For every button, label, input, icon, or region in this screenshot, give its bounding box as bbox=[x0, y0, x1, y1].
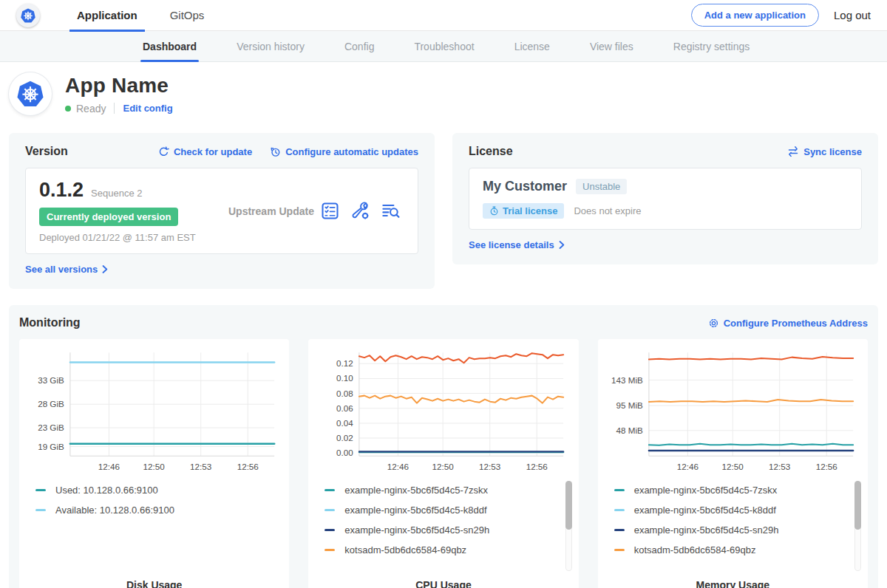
svg-text:12:46: 12:46 bbox=[98, 462, 120, 471]
svg-text:0.02: 0.02 bbox=[336, 433, 353, 442]
auto-update-clock-icon bbox=[270, 146, 281, 157]
svg-text:12:50: 12:50 bbox=[432, 462, 455, 471]
tab-dashboard[interactable]: Dashboard bbox=[123, 31, 217, 61]
see-license-details-link[interactable]: See license details bbox=[469, 239, 565, 250]
check-for-update-link[interactable]: Check for update bbox=[158, 146, 252, 157]
svg-text:12:50: 12:50 bbox=[143, 462, 166, 471]
gear-icon bbox=[708, 318, 719, 329]
legend-item: example-nginx-5bc6f5d4c5-7zskx bbox=[324, 485, 571, 496]
cpu-usage-legend: example-nginx-5bc6f5d4c5-7zskxexample-ng… bbox=[324, 485, 571, 573]
tab-troubleshoot[interactable]: Troubleshoot bbox=[394, 31, 494, 61]
legend-swatch bbox=[324, 549, 335, 551]
disk-usage-card: 33 GiB28 GiB23 GiB19 GiB12:4612:5012:531… bbox=[19, 339, 289, 588]
version-sequence: Sequence 2 bbox=[91, 188, 142, 199]
chart-title: Disk Usage bbox=[27, 579, 282, 588]
scrollbar-thumb[interactable] bbox=[565, 481, 572, 530]
legend-item: example-nginx-5bc6f5d4c5-k8ddf bbox=[614, 505, 860, 516]
svg-text:12:56: 12:56 bbox=[237, 462, 259, 471]
cpu-usage-card: 0.120.100.080.060.040.020.0012:4612:5012… bbox=[308, 339, 578, 588]
license-card-title: License bbox=[469, 145, 513, 158]
svg-text:12:46: 12:46 bbox=[676, 462, 698, 471]
svg-text:95 MiB: 95 MiB bbox=[616, 400, 643, 410]
legend-label: kotsadm-5db6dc6584-69qbz bbox=[344, 544, 466, 555]
legend-swatch bbox=[324, 489, 335, 491]
legend-swatch bbox=[35, 489, 46, 491]
legend-label: Used: 10.128.0.66:9100 bbox=[55, 485, 158, 496]
deployed-timestamp: Deployed 01/21/22 @ 11:57 am EST bbox=[39, 232, 208, 243]
legend-scrollbar[interactable] bbox=[854, 481, 861, 571]
memory-usage-legend: example-nginx-5bc6f5d4c5-7zskxexample-ng… bbox=[614, 485, 860, 573]
see-all-versions-link[interactable]: See all versions bbox=[25, 264, 108, 275]
legend-scrollbar[interactable] bbox=[565, 481, 572, 571]
chart-title: CPU Usage bbox=[316, 579, 571, 588]
svg-text:33 GiB: 33 GiB bbox=[38, 375, 64, 385]
app-header: App Name Ready Edit config bbox=[0, 62, 887, 126]
deployed-badge: Currently deployed version bbox=[39, 208, 178, 226]
legend-label: example-nginx-5bc6f5d4c5-sn29h bbox=[344, 524, 489, 536]
svg-text:28 GiB: 28 GiB bbox=[38, 399, 64, 408]
tab-config[interactable]: Config bbox=[324, 31, 394, 61]
legend-item: example-nginx-5bc6f5d4c5-7zskx bbox=[614, 485, 860, 496]
svg-text:0.12: 0.12 bbox=[336, 358, 353, 368]
configure-automatic-updates-link[interactable]: Configure automatic updates bbox=[270, 146, 418, 157]
app-sub-nav: Dashboard Version history Config Trouble… bbox=[0, 31, 887, 62]
legend-item: Available: 10.128.0.66:9100 bbox=[35, 505, 282, 516]
legend-swatch bbox=[614, 489, 625, 491]
top-nav-tabs: Application GitOps bbox=[61, 0, 220, 31]
svg-text:0.08: 0.08 bbox=[336, 389, 353, 398]
license-details-card: My Customer Unstable Trial license Does … bbox=[469, 168, 862, 230]
chevron-right-icon bbox=[559, 241, 565, 249]
stopwatch-icon bbox=[489, 206, 499, 216]
legend-label: Available: 10.128.0.66:9100 bbox=[55, 505, 174, 516]
legend-swatch bbox=[324, 509, 335, 511]
legend-label: kotsadm-5db6dc6584-69qbz bbox=[634, 544, 756, 555]
svg-text:0.10: 0.10 bbox=[336, 373, 353, 383]
release-type-label: Upstream Update bbox=[208, 205, 321, 217]
tab-registry-settings[interactable]: Registry settings bbox=[653, 31, 769, 61]
legend-item: kotsadm-5db6dc6584-69qbz bbox=[324, 544, 571, 555]
memory-usage-chart: 143 MiB95 MiB48 MiB12:4612:5012:5312:56 bbox=[605, 346, 860, 476]
tab-view-files[interactable]: View files bbox=[570, 31, 653, 61]
svg-text:23 GiB: 23 GiB bbox=[38, 423, 64, 432]
tab-gitops[interactable]: GitOps bbox=[154, 0, 221, 31]
svg-text:12:56: 12:56 bbox=[815, 462, 837, 471]
view-diff-icon[interactable] bbox=[381, 202, 400, 220]
svg-text:0.00: 0.00 bbox=[336, 448, 353, 457]
svg-text:19 GiB: 19 GiB bbox=[38, 442, 64, 451]
current-version-card: 0.1.2 Sequence 2 Currently deployed vers… bbox=[25, 168, 418, 254]
license-card: License Sync license My Customer Unstabl… bbox=[452, 133, 878, 264]
configure-prometheus-link[interactable]: Configure Prometheus Address bbox=[708, 318, 868, 329]
svg-text:12:50: 12:50 bbox=[721, 462, 744, 471]
monitoring-title: Monitoring bbox=[19, 316, 81, 329]
customer-name: My Customer bbox=[483, 179, 567, 194]
svg-text:12:56: 12:56 bbox=[526, 462, 548, 471]
tab-version-history[interactable]: Version history bbox=[217, 31, 324, 61]
memory-usage-card: 143 MiB95 MiB48 MiB12:4612:5012:5312:56 … bbox=[598, 339, 868, 588]
kubernetes-app-icon bbox=[17, 81, 44, 107]
tab-application[interactable]: Application bbox=[61, 0, 154, 31]
refresh-icon bbox=[158, 146, 169, 157]
svg-text:12:53: 12:53 bbox=[479, 462, 500, 471]
svg-text:0.06: 0.06 bbox=[336, 403, 353, 413]
svg-text:143 MiB: 143 MiB bbox=[611, 375, 643, 385]
svg-text:0.04: 0.04 bbox=[336, 418, 353, 428]
scrollbar-thumb[interactable] bbox=[854, 481, 861, 530]
disk-usage-chart: 33 GiB28 GiB23 GiB19 GiB12:4612:5012:531… bbox=[27, 346, 282, 476]
sync-license-link[interactable]: Sync license bbox=[787, 146, 862, 157]
edit-config-wrench-icon[interactable] bbox=[351, 202, 370, 220]
version-card: Version Check for update Configure au bbox=[9, 133, 435, 289]
version-card-title: Version bbox=[25, 145, 68, 158]
edit-config-link[interactable]: Edit config bbox=[123, 103, 172, 114]
legend-item: Used: 10.128.0.66:9100 bbox=[35, 485, 282, 496]
legend-swatch bbox=[614, 509, 625, 511]
preflight-checks-icon[interactable] bbox=[321, 202, 339, 220]
divider bbox=[114, 103, 115, 114]
tab-license[interactable]: License bbox=[495, 31, 570, 61]
kubernetes-logo[interactable] bbox=[16, 4, 40, 27]
kubernetes-helm-icon bbox=[21, 8, 35, 23]
logout-button[interactable]: Log out bbox=[834, 9, 875, 21]
sync-arrows-icon bbox=[787, 146, 799, 157]
license-type-badge: Trial license bbox=[483, 203, 564, 219]
add-application-button[interactable]: Add a new application bbox=[691, 4, 819, 27]
legend-swatch bbox=[35, 509, 46, 511]
